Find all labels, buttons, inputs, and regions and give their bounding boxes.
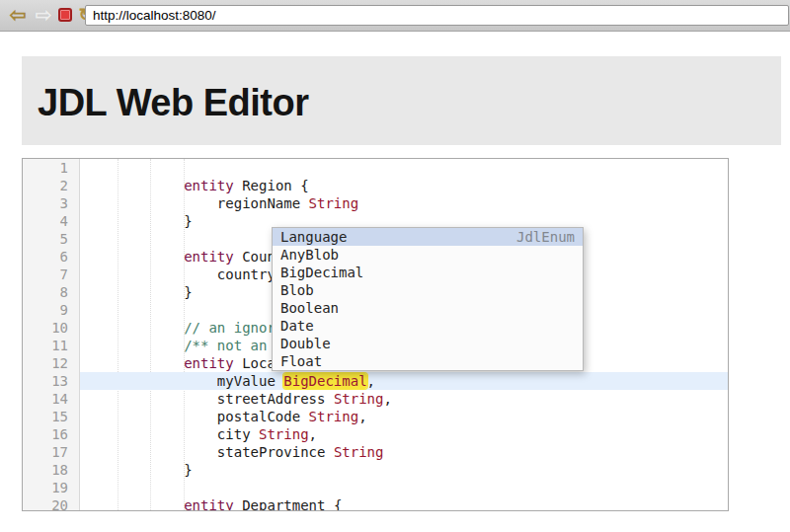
code-line[interactable]: stateProvince String bbox=[80, 443, 728, 461]
line-number: 14 bbox=[23, 390, 79, 408]
code-token: entity bbox=[184, 249, 234, 265]
code-line[interactable]: entity Department { bbox=[80, 496, 728, 510]
code-token: streetAddress bbox=[84, 391, 334, 407]
code-token: String bbox=[334, 391, 384, 407]
page-title: JDL Web Editor bbox=[22, 56, 781, 124]
autocomplete-selected-detail: JdlEnum bbox=[516, 228, 575, 246]
autocomplete-item[interactable]: Double bbox=[273, 335, 583, 352]
page-header: JDL Web Editor bbox=[22, 56, 781, 145]
code-line[interactable]: entity Region { bbox=[80, 177, 728, 194]
code-token: BigDecimal bbox=[283, 373, 366, 389]
code-token: city bbox=[84, 426, 259, 442]
back-icon[interactable]: ⇦ bbox=[6, 0, 30, 31]
autocomplete-items: AnyBlobBigDecimalBlobBooleanDateDoubleFl… bbox=[273, 246, 583, 370]
line-number: 8 bbox=[23, 283, 79, 301]
code-token: } bbox=[84, 284, 193, 300]
line-number: 2 bbox=[23, 177, 79, 194]
line-number-gutter: 1234567891011121314151617181920 bbox=[23, 159, 80, 510]
line-number: 4 bbox=[23, 212, 79, 230]
line-number: 6 bbox=[23, 248, 79, 266]
code-token: String bbox=[309, 195, 359, 211]
line-number: 3 bbox=[23, 194, 79, 212]
autocomplete-item[interactable]: AnyBlob bbox=[273, 246, 583, 264]
line-number: 1 bbox=[23, 159, 79, 177]
browser-window: ⇦ ⇨ ↻ JDL Web Editor 1234567891011121314… bbox=[0, 0, 790, 532]
line-number: 13 bbox=[23, 372, 79, 390]
line-number: 10 bbox=[23, 319, 79, 337]
forward-icon[interactable]: ⇨ bbox=[32, 0, 55, 31]
code-token: } bbox=[84, 213, 193, 229]
line-number: 16 bbox=[23, 425, 79, 443]
line-number: 20 bbox=[23, 496, 79, 511]
line-number: 12 bbox=[23, 354, 79, 372]
autocomplete-item[interactable]: Boolean bbox=[273, 299, 583, 317]
line-number: 11 bbox=[23, 337, 79, 354]
autocomplete-popup: Language JdlEnum AnyBlobBigDecimalBlobBo… bbox=[272, 227, 584, 371]
code-token: String bbox=[309, 409, 359, 424]
autocomplete-item-selected[interactable]: Language JdlEnum bbox=[273, 228, 583, 246]
code-token: regionName bbox=[84, 195, 309, 211]
code-line[interactable]: streetAddress String, bbox=[80, 390, 728, 408]
autocomplete-item[interactable]: Blob bbox=[273, 281, 583, 299]
code-token: } bbox=[84, 462, 193, 478]
line-number: 7 bbox=[23, 266, 79, 283]
code-token: myValue bbox=[84, 373, 283, 389]
code-token: Region { bbox=[234, 178, 309, 193]
code-token: entity bbox=[184, 497, 234, 510]
line-number: 15 bbox=[23, 408, 79, 425]
code-token: postalCode bbox=[84, 409, 309, 424]
code-line[interactable]: postalCode String, bbox=[80, 408, 728, 425]
code-line[interactable] bbox=[80, 159, 728, 177]
code-token: Department { bbox=[234, 497, 343, 510]
code-token: , bbox=[367, 373, 375, 389]
code-token: stateProvince bbox=[84, 444, 334, 460]
code-line[interactable] bbox=[80, 479, 728, 496]
line-number: 17 bbox=[23, 443, 79, 461]
code-token bbox=[84, 249, 184, 265]
url-input[interactable] bbox=[85, 5, 789, 26]
line-number: 19 bbox=[23, 479, 79, 496]
code-token: entity bbox=[184, 178, 234, 193]
code-token: , bbox=[309, 426, 317, 442]
code-line[interactable]: } bbox=[80, 461, 728, 479]
code-token bbox=[84, 355, 184, 371]
line-number: 9 bbox=[23, 301, 79, 319]
browser-toolbar: ⇦ ⇨ ↻ bbox=[0, 0, 790, 32]
code-line[interactable]: city String, bbox=[80, 425, 728, 443]
line-number: 18 bbox=[23, 461, 79, 479]
code-token bbox=[84, 178, 184, 193]
stop-icon[interactable] bbox=[54, 0, 76, 31]
autocomplete-item[interactable]: Float bbox=[273, 352, 583, 370]
code-token bbox=[84, 497, 184, 510]
autocomplete-item[interactable]: Date bbox=[273, 317, 583, 335]
autocomplete-item[interactable]: BigDecimal bbox=[273, 264, 583, 281]
code-line[interactable]: myValue BigDecimal, bbox=[80, 372, 728, 390]
stop-square bbox=[58, 8, 72, 22]
code-line[interactable]: regionName String bbox=[80, 194, 728, 212]
line-number: 5 bbox=[23, 230, 79, 248]
code-token: String bbox=[259, 426, 309, 442]
code-token: entity bbox=[184, 355, 234, 371]
code-token: String bbox=[334, 444, 384, 460]
autocomplete-selected-label: Language bbox=[280, 228, 347, 246]
code-token: , bbox=[358, 409, 366, 424]
code-token: , bbox=[383, 391, 391, 407]
